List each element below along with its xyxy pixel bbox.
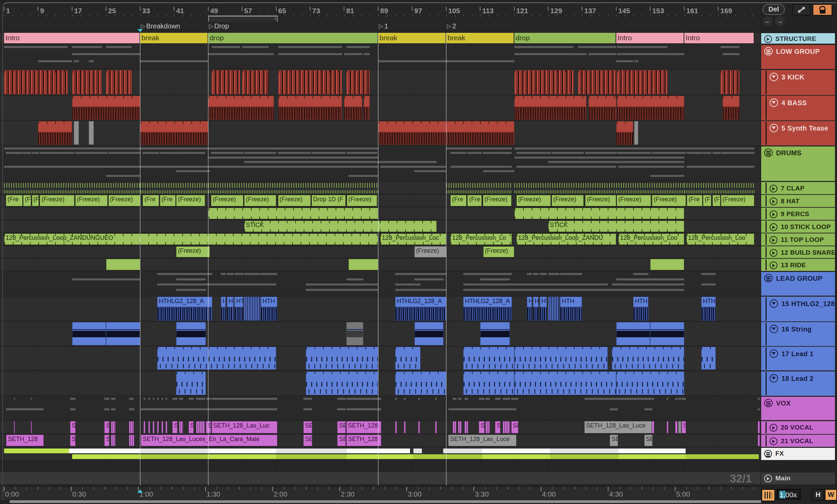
clip-bass[interactable]: [208, 96, 274, 120]
clip-bass[interactable]: [723, 96, 740, 120]
track-header-fx[interactable]: FX: [761, 448, 835, 460]
clip-ride[interactable]: [106, 259, 140, 270]
fx-clip[interactable]: [208, 454, 276, 459]
clip-vocal20[interactable]: [31, 421, 32, 433]
clip-vocal20[interactable]: S: [206, 421, 211, 433]
clip-vocal20[interactable]: [435, 421, 437, 433]
clip-clap[interactable]: [514, 182, 616, 193]
menu-icon[interactable]: [764, 149, 773, 157]
play-icon[interactable]: [770, 424, 778, 432]
clip-stick[interactable]: STICK: [244, 221, 437, 232]
zoom-width-button[interactable]: W: [825, 489, 837, 501]
play-icon[interactable]: [770, 223, 778, 231]
clip-hat[interactable]: (F: [703, 195, 711, 206]
clip-buildsnare[interactable]: (Freeze): [483, 246, 514, 257]
delete-button[interactable]: Del: [763, 4, 785, 15]
clip-hat[interactable]: (Freeze): [516, 195, 551, 206]
clip-string[interactable]: [650, 322, 684, 346]
clip-lead1[interactable]: [395, 347, 421, 370]
track-header-block[interactable]: 15 HTHLG2_128: [766, 297, 835, 321]
clip-hthlg[interactable]: H: [227, 297, 234, 321]
clip-hthlg[interactable]: [548, 297, 559, 321]
menu-icon[interactable]: [764, 47, 773, 55]
clip-hat[interactable]: (Freeze): [347, 195, 377, 206]
clip-lead2[interactable]: [616, 371, 684, 395]
track-header-block[interactable]: 11 TOP LOOP: [766, 234, 835, 245]
clip-hthlg[interactable]: HT: [540, 297, 547, 321]
track-header-block[interactable]: 13 RIDE: [766, 259, 835, 270]
track-header-percs[interactable]: 9 PERCS: [761, 208, 835, 220]
track-header-block[interactable]: 8 HAT: [766, 195, 835, 206]
clip-string[interactable]: [480, 322, 510, 346]
track-header-hat[interactable]: 8 HAT: [761, 195, 835, 207]
track-header-block[interactable]: 10 STICK LOOP: [766, 221, 835, 232]
clip-buildsnare[interactable]: (Freeze): [176, 246, 210, 257]
clip-vocal20[interactable]: [395, 421, 397, 433]
locator-drop[interactable]: ▷Drop: [209, 22, 229, 30]
fold-icon[interactable]: [770, 350, 778, 358]
play-icon[interactable]: [770, 236, 778, 244]
clip-bass[interactable]: [617, 96, 684, 120]
fx-clip[interactable]: [140, 449, 208, 453]
track-header-block[interactable]: Main: [761, 472, 835, 484]
fx-clip[interactable]: [276, 454, 346, 459]
fx-clip[interactable]: [346, 454, 413, 459]
clip-percs[interactable]: [208, 208, 378, 219]
clip-kick[interactable]: [72, 70, 102, 94]
track-header-block[interactable]: LEAD GROUP: [761, 272, 835, 296]
clip-kick[interactable]: [578, 70, 616, 94]
track-header-toploop[interactable]: 11 TOP LOOP: [761, 234, 835, 246]
clip-vocal20[interactable]: [129, 421, 134, 433]
clip-kick[interactable]: [4, 70, 68, 94]
track-header-hthlg[interactable]: 15 HTHLG2_128: [761, 297, 835, 321]
clip-bass[interactable]: [72, 96, 140, 120]
clip-toploop[interactable]: 128_Percussion_Loo: [686, 234, 754, 245]
clip-clap[interactable]: [140, 182, 208, 193]
clip-hthlg[interactable]: H: [527, 297, 532, 321]
play-icon[interactable]: [770, 210, 778, 218]
clip-kick[interactable]: [278, 70, 342, 94]
track-header-block[interactable]: 5 Synth Tease: [766, 122, 835, 145]
clip-string[interactable]: [414, 322, 444, 346]
clip-synth[interactable]: [74, 121, 79, 145]
clip-vocal21[interactable]: S: [104, 435, 109, 446]
clip-vocal21[interactable]: SE: [303, 435, 312, 446]
clip-hat[interactable]: (Freeze): [40, 195, 74, 206]
clip-vocal20[interactable]: SETH_128_Las_Luce: [584, 421, 652, 433]
clip-vocal20[interactable]: [14, 421, 15, 433]
clip-buildsnare[interactable]: (Freeze): [414, 246, 446, 257]
clip-vocal20[interactable]: [667, 421, 669, 433]
clip-hthlg[interactable]: HTHLG2_128_A: [157, 297, 212, 321]
menu-icon[interactable]: [764, 450, 772, 458]
fx-clip[interactable]: [413, 449, 422, 453]
horizontal-scrollbar[interactable]: [10, 500, 827, 503]
clip-vocal21[interactable]: [111, 435, 115, 446]
fold-icon[interactable]: [770, 98, 778, 107]
track-header-block[interactable]: VOX: [761, 397, 835, 420]
track-header-leadgroup[interactable]: LEAD GROUP: [761, 272, 835, 296]
clip-lead1[interactable]: [157, 347, 208, 370]
clip-structure[interactable]: Intro: [684, 33, 754, 43]
clip-hat[interactable]: (Fre: [160, 195, 176, 206]
clip-hthlg[interactable]: HTHLG2_128_A: [463, 297, 512, 321]
clip-kick[interactable]: [106, 70, 131, 94]
clip-clap[interactable]: [684, 182, 754, 193]
clip-toploop[interactable]: 128_Percussion_Loc: [380, 234, 446, 245]
track-header-string[interactable]: 16 String: [761, 322, 835, 346]
locator-1[interactable]: ▷1: [379, 22, 388, 30]
track-header-structure[interactable]: STRUCTURE: [761, 33, 835, 44]
track-header-block[interactable]: STRUCTURE: [761, 33, 835, 44]
fx-clip[interactable]: [618, 449, 685, 453]
clip-lead2[interactable]: [395, 371, 446, 395]
clip-vocal20[interactable]: [652, 421, 654, 433]
track-header-vocal21[interactable]: 21 VOCAL: [761, 435, 835, 447]
clip-toploop[interactable]: 128_Percussion_Loo: [618, 234, 684, 245]
fold-icon[interactable]: [770, 299, 778, 308]
fx-clip[interactable]: [69, 449, 140, 453]
clip-hat[interactable]: (Freeze): [652, 195, 685, 206]
clip-clap[interactable]: [616, 182, 684, 193]
clip-vocal20[interactable]: S: [70, 421, 75, 433]
track-header-block[interactable]: DRUMS: [761, 147, 835, 181]
clip-vocal21[interactable]: SETH_128_Las_Luce: [448, 435, 516, 446]
clip-vocal20[interactable]: [165, 421, 167, 433]
